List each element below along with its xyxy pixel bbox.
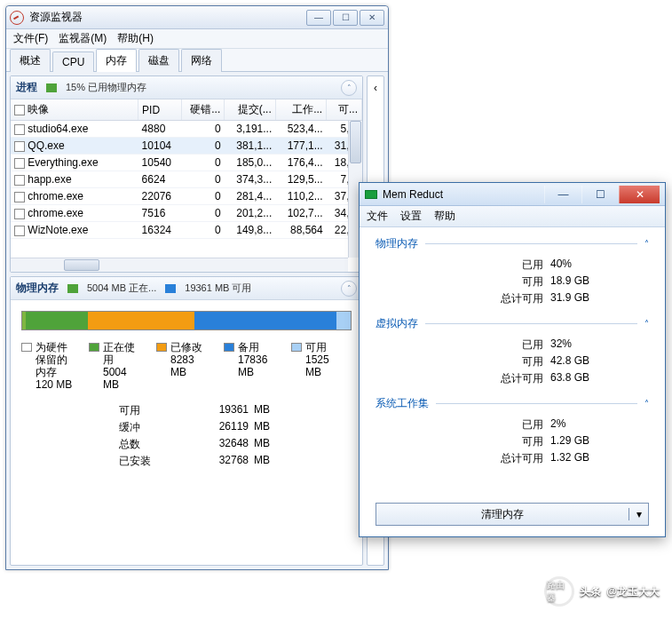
swatch-icon [156,343,167,352]
stat-row: 可用42.8 GB [376,353,649,370]
table-row[interactable]: WizNote.exe163240149,8...88,56422,... [11,222,362,239]
memory-header[interactable]: 物理内存 5004 MB 正在... 19361 MB 可用 ˄ [11,277,362,300]
memory-bar [21,311,352,330]
rm-menubar: 文件(F) 监视器(M) 帮助(H) [6,29,388,49]
stat-row: 总计可用31.9 GB [376,290,649,307]
mr-section: 系统工作集˄已用2%可用1.29 GB总计可用1.32 GB [376,396,649,467]
clean-memory-button[interactable]: 清理内存 ▾ [376,503,649,526]
mr-section: 虚拟内存˄已用32%可用42.8 GB总计可用63.8 GB [376,316,649,387]
row-checkbox[interactable] [14,226,25,236]
row-checkbox[interactable] [14,209,25,219]
resource-monitor-icon [10,11,24,25]
chevron-up-icon: ˄ [644,399,649,409]
chevron-up-icon: ˄ [644,239,649,249]
usage-text: 15% 已用物理内存 [66,81,146,94]
close-button[interactable]: ✕ [360,10,384,26]
col-pid[interactable]: PID [138,99,182,121]
col-commit[interactable]: 提交(... [225,99,275,121]
watermark-handle: @龙玉大大 [606,584,660,599]
section-header[interactable]: 系统工作集˄ [376,396,649,411]
mr-body: 物理内存˄已用40%可用18.9 GB总计可用31.9 GB虚拟内存˄已用32%… [360,227,665,536]
row-checkbox[interactable] [14,124,25,135]
hscrollbar[interactable] [11,258,348,272]
collapse-icon[interactable]: ˄ [341,281,357,297]
mr-titlebar[interactable]: Mem Reduct — ☐ ✕ [360,183,665,206]
mem-reduct-icon [365,190,377,199]
minimize-button[interactable]: — [306,10,331,26]
usage-chip-icon [46,83,57,92]
clean-memory-label: 清理内存 [376,507,629,522]
watermark: 路由器 头条 @龙玉大大 [544,576,660,607]
rm-tabs: 概述 CPU 内存 磁盘 网络 [6,49,388,72]
swatch-icon [224,343,234,352]
tab-network[interactable]: 网络 [181,49,222,72]
stat-row: 可用1.29 GB [376,433,649,450]
minimize-button[interactable]: — [544,186,581,203]
collapse-icon[interactable]: ˄ [341,80,357,96]
legend-item: 正在使用5004 MB [89,341,142,391]
col-ws[interactable]: 工作... [275,99,326,121]
tab-memory[interactable]: 内存 [96,49,137,72]
menu-monitor[interactable]: 监视器(M) [59,31,107,46]
menu-help[interactable]: 帮助 [434,209,455,224]
maximize-button[interactable]: ☐ [333,10,358,26]
row-checkbox[interactable] [14,175,25,186]
table-row[interactable]: chrome.exe75160201,2...102,7...34,... [11,205,362,222]
mr-section: 物理内存˄已用40%可用18.9 GB总计可用31.9 GB [376,236,649,307]
close-button[interactable]: ✕ [619,186,660,203]
swatch-icon [89,343,99,352]
col-image[interactable]: 映像 [11,99,138,121]
table-row[interactable]: QQ.exe101040381,1...177,1...31,... [11,138,362,155]
memory-legend: 为硬件保留的内存120 MB正在使用5004 MB已修改8283 MB备用178… [21,341,352,391]
legend-item: 已修改8283 MB [156,341,210,391]
mr-window-buttons: — ☐ ✕ [544,186,660,203]
select-all-checkbox[interactable] [14,105,25,115]
vscroll-thumb[interactable] [350,121,361,163]
processes-header[interactable]: 进程 15% 已用物理内存 ˄ [11,76,362,99]
tab-disk[interactable]: 磁盘 [138,49,179,72]
chevron-left-icon: ‹ [374,82,377,94]
row-checkbox[interactable] [14,192,25,202]
membar-modified [88,312,194,329]
menu-file[interactable]: 文件(F) [13,31,48,46]
mr-menubar: 文件 设置 帮助 [360,206,665,227]
rm-titlebar[interactable]: 资源监视器 — ☐ ✕ [6,6,388,29]
resource-monitor-window: 资源监视器 — ☐ ✕ 文件(F) 监视器(M) 帮助(H) 概述 CPU 内存… [5,5,389,570]
watermark-prefix: 头条 [580,584,601,599]
process-table: 映像 PID 硬错... 提交(... 工作... 可... studio64.… [11,99,362,239]
menu-file[interactable]: 文件 [367,209,388,224]
stat-row: 已用32% [376,337,649,353]
table-row[interactable]: chrome.exe220760281,4...110,2...37,... [11,188,362,205]
table-row[interactable]: happ.exe66240374,3...129,5...7,... [11,171,362,188]
section-header[interactable]: 物理内存˄ [376,236,649,251]
hscroll-thumb[interactable] [64,259,99,271]
memory-title: 物理内存 [16,281,59,296]
router-icon: 路由器 [544,576,574,607]
processes-title: 进程 [16,80,37,95]
tab-cpu[interactable]: CPU [52,52,94,72]
stat-row: 已用40% [376,257,649,274]
mem-reduct-window: Mem Reduct — ☐ ✕ 文件 设置 帮助 物理内存˄已用40%可用18… [359,182,666,537]
col-share[interactable]: 可... [327,99,362,121]
table-row[interactable]: Everything.exe105400185,0...176,4...18,.… [11,155,362,171]
col-hard[interactable]: 硬错... [181,99,225,121]
membar-free [336,312,351,329]
menu-help[interactable]: 帮助(H) [117,31,154,46]
legend-item: 备用17836 MB [224,341,277,391]
membar-standby [194,312,336,329]
tab-overview[interactable]: 概述 [10,49,51,72]
row-checkbox[interactable] [14,141,25,152]
avail-chip-icon [165,284,176,293]
legend-item: 可用1525 MB [291,341,344,391]
inuse-text: 5004 MB 正在... [87,282,156,295]
table-row[interactable]: studio64.exe488003,191...523,4...5,... [11,121,362,138]
swatch-icon [291,343,302,352]
maximize-button[interactable]: ☐ [581,186,619,203]
menu-settings[interactable]: 设置 [400,209,422,224]
avail-text: 19361 MB 可用 [185,282,251,295]
dropdown-icon[interactable]: ▾ [629,508,648,520]
rm-title: 资源监视器 [29,10,306,25]
section-header[interactable]: 虚拟内存˄ [376,316,649,331]
row-checkbox[interactable] [14,158,25,169]
rm-body: 进程 15% 已用物理内存 ˄ 映像 PID 硬错... 提交(... 工作..… [6,72,388,569]
